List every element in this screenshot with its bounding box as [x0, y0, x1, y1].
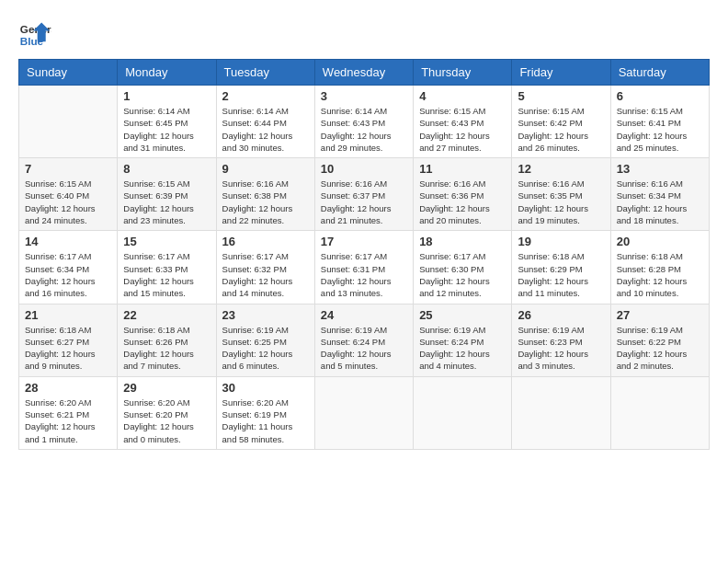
calendar-day-cell: 25Sunrise: 6:19 AM Sunset: 6:24 PM Dayli… [414, 304, 512, 376]
calendar-day-cell: 17Sunrise: 6:17 AM Sunset: 6:31 PM Dayli… [314, 231, 413, 304]
calendar-day-cell [414, 376, 512, 449]
day-number: 4 [419, 89, 506, 103]
calendar-day-cell: 6Sunrise: 6:15 AM Sunset: 6:41 PM Daylig… [610, 86, 709, 158]
calendar-day-cell: 30Sunrise: 6:20 AM Sunset: 6:19 PM Dayli… [216, 376, 314, 449]
day-info: Sunrise: 6:19 AM Sunset: 6:23 PM Dayligh… [518, 324, 604, 373]
day-number: 8 [123, 162, 210, 176]
day-info: Sunrise: 6:15 AM Sunset: 6:42 PM Dayligh… [518, 105, 604, 154]
calendar-day-cell: 7Sunrise: 6:15 AM Sunset: 6:40 PM Daylig… [19, 158, 118, 231]
day-number: 5 [518, 89, 604, 103]
calendar-day-cell: 8Sunrise: 6:15 AM Sunset: 6:39 PM Daylig… [118, 158, 216, 231]
weekday-header: Tuesday [216, 60, 314, 86]
calendar-week-row: 7Sunrise: 6:15 AM Sunset: 6:40 PM Daylig… [19, 158, 710, 231]
day-number: 27 [617, 308, 703, 322]
day-info: Sunrise: 6:14 AM Sunset: 6:44 PM Dayligh… [222, 105, 309, 154]
day-number: 21 [25, 308, 111, 322]
calendar-table: SundayMondayTuesdayWednesdayThursdayFrid… [18, 59, 710, 450]
calendar-day-cell: 20Sunrise: 6:18 AM Sunset: 6:28 PM Dayli… [610, 231, 709, 304]
day-number: 29 [123, 381, 210, 395]
day-info: Sunrise: 6:18 AM Sunset: 6:29 PM Dayligh… [518, 250, 604, 299]
calendar-header-row: SundayMondayTuesdayWednesdayThursdayFrid… [19, 60, 710, 86]
day-number: 25 [419, 308, 506, 322]
day-info: Sunrise: 6:17 AM Sunset: 6:31 PM Dayligh… [321, 250, 407, 299]
calendar-day-cell: 4Sunrise: 6:15 AM Sunset: 6:43 PM Daylig… [414, 86, 512, 158]
calendar-week-row: 1Sunrise: 6:14 AM Sunset: 6:45 PM Daylig… [19, 86, 710, 158]
calendar-day-cell: 9Sunrise: 6:16 AM Sunset: 6:38 PM Daylig… [216, 158, 314, 231]
day-number: 15 [123, 235, 210, 248]
day-info: Sunrise: 6:16 AM Sunset: 6:36 PM Dayligh… [419, 178, 506, 226]
calendar-day-cell: 2Sunrise: 6:14 AM Sunset: 6:44 PM Daylig… [216, 86, 314, 158]
day-info: Sunrise: 6:19 AM Sunset: 6:24 PM Dayligh… [321, 324, 407, 373]
calendar-day-cell: 29Sunrise: 6:20 AM Sunset: 6:20 PM Dayli… [118, 376, 216, 449]
calendar-day-cell [314, 376, 413, 449]
day-info: Sunrise: 6:16 AM Sunset: 6:37 PM Dayligh… [321, 178, 407, 226]
calendar-day-cell [19, 86, 118, 158]
calendar-body: 1Sunrise: 6:14 AM Sunset: 6:45 PM Daylig… [19, 86, 710, 450]
day-info: Sunrise: 6:16 AM Sunset: 6:34 PM Dayligh… [617, 178, 703, 226]
calendar-day-cell: 12Sunrise: 6:16 AM Sunset: 6:35 PM Dayli… [512, 158, 610, 231]
weekday-header: Thursday [414, 60, 512, 86]
day-info: Sunrise: 6:18 AM Sunset: 6:28 PM Dayligh… [617, 250, 703, 299]
day-number: 19 [518, 235, 604, 248]
day-number: 1 [123, 89, 210, 103]
day-number: 10 [321, 162, 407, 176]
calendar-week-row: 21Sunrise: 6:18 AM Sunset: 6:27 PM Dayli… [19, 304, 710, 376]
calendar-day-cell: 24Sunrise: 6:19 AM Sunset: 6:24 PM Dayli… [314, 304, 413, 376]
day-number: 17 [321, 235, 407, 248]
day-number: 12 [518, 162, 604, 176]
day-info: Sunrise: 6:17 AM Sunset: 6:34 PM Dayligh… [25, 250, 111, 299]
day-number: 30 [222, 381, 309, 395]
day-info: Sunrise: 6:19 AM Sunset: 6:24 PM Dayligh… [419, 324, 506, 373]
day-number: 7 [25, 162, 111, 176]
calendar-day-cell: 10Sunrise: 6:16 AM Sunset: 6:37 PM Dayli… [314, 158, 413, 231]
day-info: Sunrise: 6:18 AM Sunset: 6:27 PM Dayligh… [25, 324, 111, 373]
calendar-day-cell: 3Sunrise: 6:14 AM Sunset: 6:43 PM Daylig… [314, 86, 413, 158]
day-info: Sunrise: 6:18 AM Sunset: 6:26 PM Dayligh… [123, 324, 210, 373]
day-number: 14 [25, 235, 111, 248]
day-info: Sunrise: 6:14 AM Sunset: 6:45 PM Dayligh… [123, 105, 210, 154]
day-number: 3 [321, 89, 407, 103]
day-info: Sunrise: 6:19 AM Sunset: 6:22 PM Dayligh… [617, 324, 703, 373]
weekday-header: Monday [118, 60, 216, 86]
calendar-day-cell: 23Sunrise: 6:19 AM Sunset: 6:25 PM Dayli… [216, 304, 314, 376]
day-info: Sunrise: 6:14 AM Sunset: 6:43 PM Dayligh… [321, 105, 407, 154]
day-info: Sunrise: 6:16 AM Sunset: 6:35 PM Dayligh… [518, 178, 604, 226]
day-info: Sunrise: 6:15 AM Sunset: 6:41 PM Dayligh… [617, 105, 703, 154]
calendar-day-cell: 11Sunrise: 6:16 AM Sunset: 6:36 PM Dayli… [414, 158, 512, 231]
day-number: 18 [419, 235, 506, 248]
day-number: 9 [222, 162, 309, 176]
logo-icon: General Blue [18, 18, 51, 52]
calendar-day-cell: 16Sunrise: 6:17 AM Sunset: 6:32 PM Dayli… [216, 231, 314, 304]
day-info: Sunrise: 6:20 AM Sunset: 6:20 PM Dayligh… [123, 396, 210, 445]
calendar-day-cell: 15Sunrise: 6:17 AM Sunset: 6:33 PM Dayli… [118, 231, 216, 304]
day-number: 24 [321, 308, 407, 322]
calendar-day-cell: 28Sunrise: 6:20 AM Sunset: 6:21 PM Dayli… [19, 376, 118, 449]
day-number: 2 [222, 89, 309, 103]
calendar-day-cell: 13Sunrise: 6:16 AM Sunset: 6:34 PM Dayli… [610, 158, 709, 231]
day-number: 22 [123, 308, 210, 322]
calendar-day-cell: 1Sunrise: 6:14 AM Sunset: 6:45 PM Daylig… [118, 86, 216, 158]
calendar-day-cell: 27Sunrise: 6:19 AM Sunset: 6:22 PM Dayli… [610, 304, 709, 376]
weekday-header: Friday [512, 60, 610, 86]
day-number: 13 [617, 162, 703, 176]
calendar-day-cell [512, 376, 610, 449]
calendar-day-cell: 22Sunrise: 6:18 AM Sunset: 6:26 PM Dayli… [118, 304, 216, 376]
logo: General Blue [18, 18, 51, 52]
calendar-day-cell: 18Sunrise: 6:17 AM Sunset: 6:30 PM Dayli… [414, 231, 512, 304]
day-info: Sunrise: 6:19 AM Sunset: 6:25 PM Dayligh… [222, 324, 309, 373]
calendar-day-cell: 21Sunrise: 6:18 AM Sunset: 6:27 PM Dayli… [19, 304, 118, 376]
day-number: 6 [617, 89, 703, 103]
day-info: Sunrise: 6:17 AM Sunset: 6:30 PM Dayligh… [419, 250, 506, 299]
weekday-header: Wednesday [314, 60, 413, 86]
day-info: Sunrise: 6:15 AM Sunset: 6:39 PM Dayligh… [123, 178, 210, 226]
day-number: 23 [222, 308, 309, 322]
day-number: 20 [617, 235, 703, 248]
weekday-header: Sunday [19, 60, 118, 86]
day-info: Sunrise: 6:15 AM Sunset: 6:43 PM Dayligh… [419, 105, 506, 154]
day-number: 26 [518, 308, 604, 322]
day-number: 28 [25, 381, 111, 395]
day-number: 11 [419, 162, 506, 176]
calendar-day-cell [610, 376, 709, 449]
weekday-header: Saturday [610, 60, 709, 86]
calendar-day-cell: 14Sunrise: 6:17 AM Sunset: 6:34 PM Dayli… [19, 231, 118, 304]
